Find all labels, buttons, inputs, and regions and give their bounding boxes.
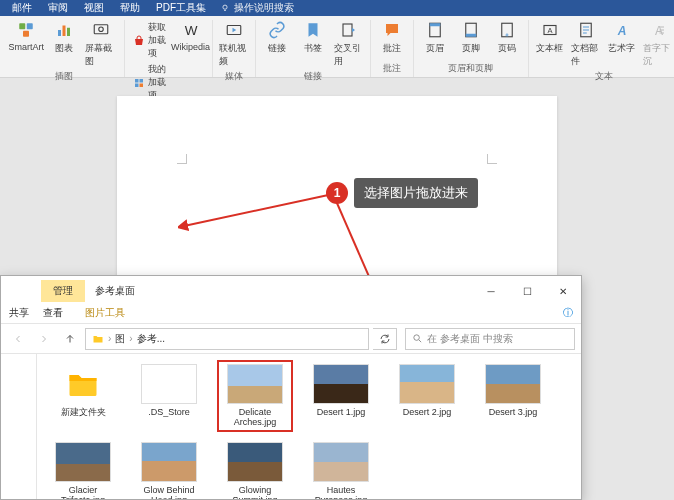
svg-rect-10 xyxy=(139,79,143,83)
svg-rect-2 xyxy=(27,23,33,29)
file-item[interactable]: Hautes Pyrenees.jpg xyxy=(305,440,377,499)
margin-marker xyxy=(487,154,497,164)
nav-up-button[interactable] xyxy=(59,328,81,350)
cross-reference-button[interactable]: 交叉引用 xyxy=(334,20,364,68)
group-label: 文本 xyxy=(595,68,613,85)
footer-button[interactable]: 页脚 xyxy=(456,20,486,55)
svg-rect-19 xyxy=(465,34,476,37)
file-item[interactable]: Desert 1.jpg xyxy=(305,362,377,430)
maximize-button[interactable]: ☐ xyxy=(509,280,545,302)
quick-parts-button[interactable]: 文档部件 xyxy=(571,20,601,68)
svg-rect-11 xyxy=(135,83,139,87)
folder-icon xyxy=(92,333,104,345)
svg-point-8 xyxy=(99,27,104,32)
online-video-button[interactable]: 联机视频 xyxy=(219,20,249,68)
tab-review[interactable]: 审阅 xyxy=(40,0,76,17)
explorer-navbar: › 图 › 参考... 在 参考桌面 中搜索 xyxy=(1,324,581,354)
file-name: Delicate Arches.jpg xyxy=(221,407,289,428)
file-item[interactable]: Glacier Trifecta.jpg xyxy=(47,440,119,499)
callout-badge: 1 xyxy=(326,182,348,204)
lightbulb-icon xyxy=(220,3,230,13)
file-name: 新建文件夹 xyxy=(61,407,106,417)
nav-back-button[interactable] xyxy=(7,328,29,350)
file-item[interactable]: Delicate Arches.jpg xyxy=(219,362,291,430)
group-header-footer: 页眉 页脚 # 页码 页眉和页脚 xyxy=(414,20,529,77)
file-explorer-window: 管理 参考桌面 ─ ☐ ✕ 共享 查看 图片工具 ⓘ › 图 › 参考... 在… xyxy=(0,275,582,500)
explorer-window-title: 参考桌面 xyxy=(85,280,145,302)
file-name: Desert 1.jpg xyxy=(317,407,366,417)
smartart-button[interactable]: SmartArt xyxy=(10,20,43,52)
svg-rect-5 xyxy=(62,26,65,37)
svg-text:A: A xyxy=(547,26,552,35)
tab-help[interactable]: 帮助 xyxy=(112,0,148,17)
text-box-button[interactable]: A 文本框 xyxy=(535,20,565,55)
tab-mail[interactable]: 邮件 xyxy=(4,0,40,17)
file-item[interactable]: Glow Behind Hood.jpg xyxy=(133,440,205,499)
file-name: Glowing Summit.jpg xyxy=(221,485,289,499)
header-button[interactable]: 页眉 xyxy=(420,20,450,55)
page-number-button[interactable]: # 页码 xyxy=(492,20,522,55)
bookmark-button[interactable]: 书签 xyxy=(298,20,328,55)
chart-button[interactable]: 图表 xyxy=(49,20,79,55)
ribbon: SmartArt 图表 屏幕截图 插图 获取加载项 xyxy=(0,16,674,78)
header-icon xyxy=(425,20,445,40)
quick-parts-icon xyxy=(576,20,596,40)
svg-rect-12 xyxy=(139,83,143,87)
file-item[interactable]: .DS_Store xyxy=(133,362,205,430)
cross-ref-icon xyxy=(339,20,359,40)
tab-pdf-tools[interactable]: PDF工具集 xyxy=(148,0,214,17)
nav-forward-button[interactable] xyxy=(33,328,55,350)
file-name: Desert 2.jpg xyxy=(403,407,452,417)
explorer-menubar: 共享 查看 图片工具 ⓘ xyxy=(1,302,581,324)
footer-icon xyxy=(461,20,481,40)
drop-cap-button[interactable]: A 首字下沉 xyxy=(643,20,673,68)
chart-icon xyxy=(54,20,74,40)
tell-me-search[interactable]: 操作说明搜索 xyxy=(220,1,294,15)
link-button[interactable]: 链接 xyxy=(262,20,292,55)
group-label: 页眉和页脚 xyxy=(448,60,493,77)
refresh-button[interactable] xyxy=(373,328,397,350)
svg-point-32 xyxy=(414,335,420,341)
menu-view[interactable]: 查看 xyxy=(43,306,63,320)
svg-rect-3 xyxy=(23,31,29,37)
group-label: 链接 xyxy=(304,68,322,85)
comment-icon xyxy=(382,20,402,40)
svg-rect-6 xyxy=(67,28,70,36)
wikipedia-button[interactable]: W Wikipedia xyxy=(176,20,206,52)
bookmark-icon xyxy=(303,20,323,40)
group-illustrations: SmartArt 图表 屏幕截图 插图 xyxy=(4,20,125,77)
explorer-search-input[interactable]: 在 参考桌面 中搜索 xyxy=(405,328,575,350)
svg-text:#: # xyxy=(505,32,508,38)
group-media: 联机视频 媒体 xyxy=(213,20,256,77)
menu-share[interactable]: 共享 xyxy=(9,306,29,320)
screenshot-icon xyxy=(91,20,111,40)
file-item[interactable]: Desert 2.jpg xyxy=(391,362,463,430)
margin-marker xyxy=(177,154,187,164)
file-name: Glacier Trifecta.jpg xyxy=(49,485,117,499)
help-button[interactable]: ⓘ xyxy=(563,306,573,320)
comment-button[interactable]: 批注 xyxy=(377,20,407,55)
screenshot-button[interactable]: 屏幕截图 xyxy=(85,20,118,68)
get-addins-button[interactable]: 获取加载项 xyxy=(131,20,170,61)
tab-view[interactable]: 视图 xyxy=(76,0,112,17)
explorer-titlebar: 管理 参考桌面 ─ ☐ ✕ xyxy=(1,276,581,302)
group-addins: 获取加载项 我的加载项 W Wikipedia 加载项 xyxy=(125,20,213,77)
file-name: Hautes Pyrenees.jpg xyxy=(307,485,375,499)
svg-rect-7 xyxy=(94,25,108,34)
explorer-tab-manage[interactable]: 管理 xyxy=(41,280,85,302)
minimize-button[interactable]: ─ xyxy=(473,280,509,302)
file-item[interactable]: 新建文件夹 xyxy=(47,362,119,430)
file-item[interactable]: Desert 3.jpg xyxy=(477,362,549,430)
file-name: .DS_Store xyxy=(148,407,190,417)
file-item[interactable]: Glowing Summit.jpg xyxy=(219,440,291,499)
picture-tools-tab[interactable]: 图片工具 xyxy=(73,302,137,324)
file-grid: 新建文件夹.DS_StoreDelicate Arches.jpgDesert … xyxy=(37,354,581,499)
page-number-icon: # xyxy=(497,20,517,40)
address-bar[interactable]: › 图 › 参考... xyxy=(85,328,369,350)
annotation-callout: 1 选择图片拖放进来 xyxy=(326,178,478,208)
close-button[interactable]: ✕ xyxy=(545,280,581,302)
svg-point-0 xyxy=(223,5,227,9)
wordart-button[interactable]: A 艺术字 xyxy=(607,20,637,55)
explorer-sidebar[interactable] xyxy=(1,354,37,499)
link-icon xyxy=(267,20,287,40)
